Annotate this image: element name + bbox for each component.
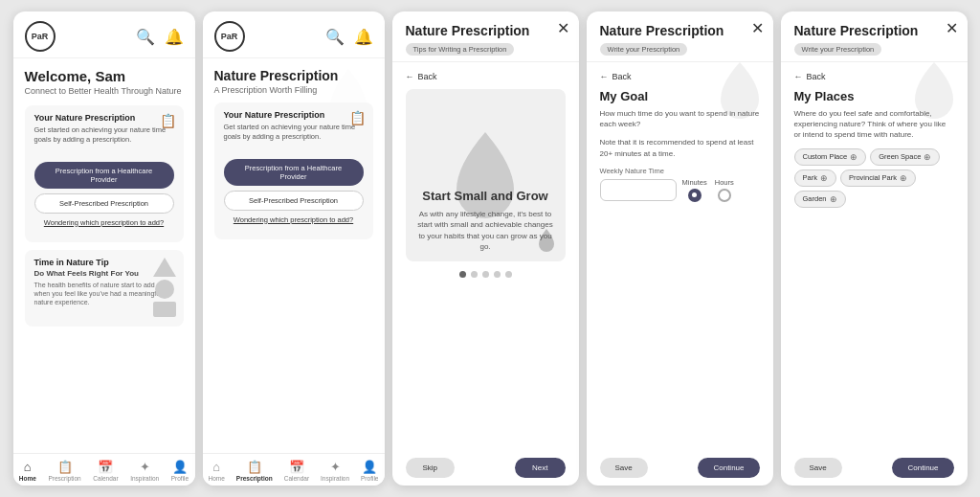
nav-calendar-2[interactable]: 📅 Calendar [284, 460, 309, 482]
nav-prescription-2[interactable]: 📋 Prescription [236, 460, 273, 482]
back-label-5: Back [807, 72, 826, 81]
header-prescription: PaR 🔍 🔔 [203, 11, 385, 58]
skip-button[interactable]: Skip [406, 458, 456, 478]
radio-minutes-circle[interactable] [688, 189, 702, 202]
continue-button-5[interactable]: Continue [892, 458, 953, 478]
screens-container: PaR 🔍 🔔 Welcome, Sam Connect to Better H… [13, 11, 968, 486]
modal-title-5: Nature Prescription [794, 23, 954, 38]
wondering-link[interactable]: Wondering which prescription to add? [34, 218, 174, 227]
bottom-nav-home: ⌂ Home 📋 Prescription 📅 Calendar ✦ Inspi… [13, 453, 195, 486]
tag-custom-place-label: Custom Place [803, 152, 848, 161]
save-button-4[interactable]: Save [600, 458, 648, 478]
screen-places: ✕ Nature Prescription Write your Prescri… [781, 11, 968, 486]
self-prescribed-btn[interactable]: Self-Prescribed Prescription [34, 193, 174, 214]
input-label: Weekly Nature Time [600, 167, 760, 175]
nav-calendar[interactable]: 📅 Calendar [93, 460, 118, 482]
radio-group: Minutes Hours [682, 178, 734, 202]
screen1-body: Welcome, Sam Connect to Better Health Th… [13, 58, 195, 392]
save-button-5[interactable]: Save [794, 458, 842, 478]
next-button[interactable]: Next [515, 458, 565, 478]
bottom-nav-prescription: ⌂ Home 📋 Prescription 📅 Calendar ✦ Inspi… [203, 453, 385, 486]
rect-shape [153, 302, 176, 317]
radio-hours-circle[interactable] [718, 189, 731, 202]
nav-profile-2[interactable]: 👤 Profile [361, 460, 378, 482]
drop-deco-4 [716, 59, 764, 122]
nav-inspiration-label-2: Inspiration [321, 475, 349, 482]
arrow-left-icon-4: ← [600, 72, 609, 81]
continue-button-4[interactable]: Continue [698, 458, 759, 478]
nav-profile-label-2: Profile [361, 475, 378, 482]
hours-label: Hours [715, 178, 734, 187]
tag-plus-4: ⊕ [900, 173, 907, 183]
tag-park[interactable]: Park ⊕ [794, 169, 836, 187]
profile-icon-2: 👤 [362, 460, 377, 474]
dot-5 [505, 271, 512, 278]
nav-inspiration[interactable]: ✦ Inspiration [130, 460, 159, 482]
welcome-sub: Connect to Better Health Through Nature [25, 86, 184, 96]
tag-plus-2: ⊕ [924, 152, 931, 162]
dot-1 [459, 271, 466, 278]
tag-plus-3: ⊕ [820, 173, 828, 183]
nav-profile[interactable]: 👤 Profile [171, 460, 189, 482]
drop-deco-5 [910, 59, 958, 122]
header-icons: 🔍 🔔 [136, 28, 184, 46]
home-icon: ⌂ [24, 460, 32, 474]
close-icon-4[interactable]: ✕ [751, 19, 764, 37]
modal-title-4: Nature Prescription [600, 23, 760, 38]
back-btn-3[interactable]: ← Back [406, 72, 566, 81]
nav-prescription[interactable]: 📋 Prescription [48, 460, 80, 482]
screen-goal: ✕ Nature Prescription Write your Prescri… [587, 11, 773, 486]
self-prescribed-btn-2[interactable]: Self-Prescribed Prescription [224, 191, 364, 211]
tag-green-space[interactable]: Green Space ⊕ [870, 148, 940, 166]
tag-custom-place[interactable]: Custom Place ⊕ [794, 148, 867, 166]
prescription-card-text: Get started on achieving your nature tim… [34, 125, 174, 145]
tag-plus-1: ⊕ [850, 152, 858, 162]
radio-minutes[interactable]: Minutes [682, 178, 707, 202]
nav-home-label-2: Home [208, 475, 224, 482]
tag-garden[interactable]: Garden ⊕ [794, 191, 846, 208]
nav-home-label: Home [19, 475, 36, 482]
modal-title-3: Nature Prescription [406, 23, 566, 38]
modal-header-3: Nature Prescription Tips for Writing a P… [392, 11, 579, 62]
dot-4 [494, 271, 501, 278]
dots-row [406, 271, 566, 278]
bell-icon[interactable]: 🔔 [165, 28, 184, 46]
nav-inspiration-2[interactable]: ✦ Inspiration [321, 460, 349, 482]
circle-shape [155, 280, 174, 299]
healthcare-btn[interactable]: Prescription from a Healthcare Provider [34, 162, 174, 189]
nav-home-2[interactable]: ⌂ Home [208, 460, 224, 482]
bell-icon-2[interactable]: 🔔 [354, 28, 373, 46]
search-icon-2[interactable]: 🔍 [325, 28, 345, 46]
logo-badge: PaR [25, 21, 56, 52]
modal-badge-4: Write your Prescription [600, 43, 688, 56]
nature-time-input[interactable] [600, 179, 677, 201]
prescription-card: Your Nature Prescription Get started on … [25, 105, 184, 242]
modal-footer-4: Save Continue [587, 458, 773, 478]
wondering-link-2[interactable]: Wondering which prescription to add? [224, 215, 364, 224]
modal-body-3: ← Back Start Small and Grow As with any … [392, 62, 579, 295]
search-icon[interactable]: 🔍 [136, 28, 155, 46]
close-icon-5[interactable]: ✕ [946, 19, 958, 37]
modal-body-5: ← Back My Places Where do you feel safe … [781, 62, 968, 265]
tip-card: Time in Nature Tip Do What Feels Right F… [25, 250, 184, 327]
radio-hours[interactable]: Hours [715, 178, 734, 202]
nav-home[interactable]: ⌂ Home [19, 460, 36, 482]
prescription-card-title-2: Your Nature Prescription [224, 110, 364, 120]
tag-plus-5: ⊕ [830, 194, 837, 204]
dot-2 [471, 271, 478, 278]
screen-tips: ✕ Nature Prescription Tips for Writing a… [392, 11, 579, 486]
prescription-icon-2: 📋 [247, 460, 262, 474]
modal-footer-5: Save Continue [781, 458, 968, 478]
nav-calendar-label: Calendar [93, 475, 118, 482]
nav-prescription-label-2: Prescription [236, 475, 273, 482]
inspiration-icon: ✦ [140, 460, 150, 474]
illus-heading: Start Small and Grow [415, 189, 556, 203]
triangle-shape [153, 258, 176, 277]
nav-calendar-label-2: Calendar [284, 475, 309, 482]
nav-inspiration-label: Inspiration [130, 475, 159, 482]
healthcare-btn-2[interactable]: Prescription from a Healthcare Provider [224, 159, 364, 186]
profile-icon: 👤 [172, 460, 188, 474]
tag-provincial-park[interactable]: Provincial Park ⊕ [840, 169, 916, 187]
close-icon-3[interactable]: ✕ [557, 19, 569, 37]
illustration-text-box: Start Small and Grow As with any lifesty… [406, 189, 566, 252]
